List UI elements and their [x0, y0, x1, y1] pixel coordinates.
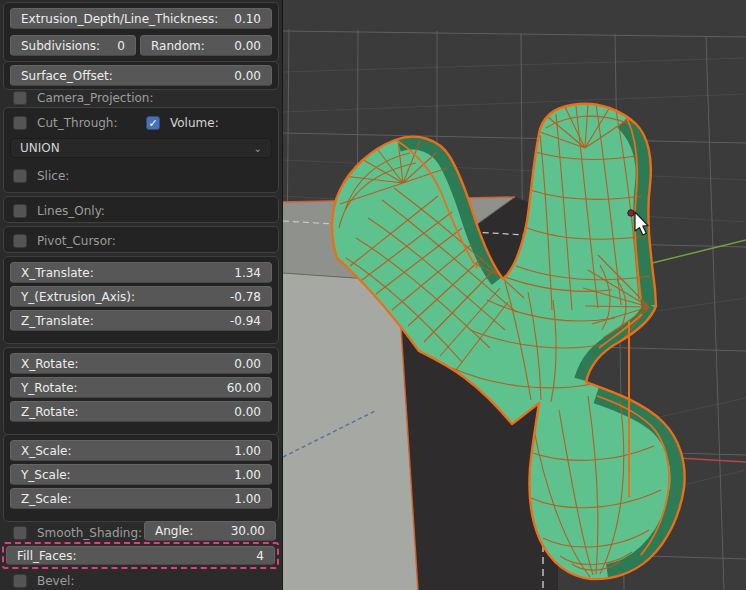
slice-label: Slice: [37, 169, 69, 183]
angle-slider[interactable]: Angle: 30.00 [144, 521, 276, 541]
subdivisions-label: Subdivisions: [21, 39, 100, 53]
extrusion-depth-label: Extrusion_Depth/Line_Thickness: [21, 12, 218, 26]
angle-value: 30.00 [231, 524, 265, 538]
y-extrusion-axis-label: Y_(Extrusion_Axis): [21, 290, 135, 304]
slice-checkbox[interactable] [13, 169, 27, 183]
z-translate-slider[interactable]: Z_Translate: -0.94 [10, 310, 272, 331]
group-extrusion: Extrusion_Depth/Line_Thickness: 0.10 Sub… [3, 2, 279, 62]
random-label: Random: [151, 39, 205, 53]
subdivisions-slider[interactable]: Subdivisions: 0 [10, 35, 136, 56]
z-translate-value: -0.94 [230, 314, 261, 328]
x-translate-label: X_Translate: [21, 266, 94, 280]
group-rotate: X_Rotate: 0.00 Y_Rotate: 60.00 Z_Rotate:… [3, 347, 279, 435]
bevel-checkbox[interactable] [13, 574, 27, 588]
boolean-mode-value: UNION [20, 141, 60, 155]
camera-projection-checkbox[interactable] [13, 91, 27, 105]
x-scale-value: 1.00 [234, 444, 261, 458]
pivot-cursor-checkbox[interactable] [13, 234, 27, 248]
volume-checkbox[interactable]: ✓ [146, 116, 160, 130]
x-scale-slider[interactable]: X_Scale: 1.00 [10, 440, 272, 461]
surface-offset-label: Surface_Offset: [21, 69, 113, 83]
z-rotate-slider[interactable]: Z_Rotate: 0.00 [10, 401, 272, 422]
boolean-mode-dropdown[interactable]: UNION ⌄ [10, 138, 272, 158]
lines-only-checkbox[interactable] [13, 204, 27, 218]
y-rotate-value: 60.00 [227, 381, 261, 395]
group-scale: X_Scale: 1.00 Y_Scale: 1.00 Z_Scale: 1.0… [3, 434, 279, 522]
y-scale-label: Y_Scale: [21, 468, 71, 482]
fill-faces-highlight: Fill_Faces: 4 [2, 542, 279, 569]
volume-label: Volume: [170, 116, 219, 130]
y-scale-value: 1.00 [234, 468, 261, 482]
cut-through-checkbox[interactable] [13, 116, 27, 130]
bevel-label: Bevel: [37, 574, 74, 588]
camera-projection-label: Camera_Projection: [37, 91, 153, 105]
viewport-3d[interactable] [283, 0, 746, 590]
z-rotate-label: Z_Rotate: [21, 405, 79, 419]
fill-faces-label: Fill_Faces: [17, 549, 76, 563]
group-lines-only: Lines_Only: [3, 196, 279, 223]
z-scale-label: Z_Scale: [21, 492, 72, 506]
surface-offset-slider[interactable]: Surface_Offset: 0.00 [10, 65, 272, 86]
x-translate-slider[interactable]: X_Translate: 1.34 [10, 262, 272, 283]
fill-faces-value: 4 [256, 549, 264, 563]
y-rotate-label: Y_Rotate: [21, 381, 78, 395]
chevron-down-icon: ⌄ [254, 143, 262, 154]
group-translate: X_Translate: 1.34 Y_(Extrusion_Axis): -0… [3, 256, 279, 344]
y-scale-slider[interactable]: Y_Scale: 1.00 [10, 464, 272, 485]
cut-volume-row: Cut_Through: ✓ Volume: [13, 112, 274, 134]
bevel-row: Bevel: [13, 572, 74, 590]
x-rotate-label: X_Rotate: [21, 357, 79, 371]
subdivisions-value: 0 [117, 39, 125, 53]
y-rotate-slider[interactable]: Y_Rotate: 60.00 [10, 377, 272, 398]
extrusion-depth-value: 0.10 [234, 12, 261, 26]
pivot-cursor-label: Pivot_Cursor: [37, 234, 116, 248]
snap-point-dot [628, 210, 634, 216]
operator-panel: Extrusion_Depth/Line_Thickness: 0.10 Sub… [0, 0, 283, 590]
z-scale-value: 1.00 [234, 492, 261, 506]
angle-label: Angle: [155, 524, 193, 538]
x-translate-value: 1.34 [234, 266, 261, 280]
surface-offset-value: 0.00 [234, 69, 261, 83]
group-pivot-cursor: Pivot_Cursor: [3, 226, 279, 253]
x-rotate-value: 0.00 [234, 357, 261, 371]
z-rotate-value: 0.00 [234, 405, 261, 419]
blender-window: Extrusion_Depth/Line_Thickness: 0.10 Sub… [0, 0, 746, 590]
z-translate-label: Z_Translate: [21, 314, 94, 328]
pivot-cursor-row: Pivot_Cursor: [13, 230, 274, 252]
fill-faces-slider[interactable]: Fill_Faces: 4 [6, 546, 275, 565]
x-scale-label: X_Scale: [21, 444, 72, 458]
y-extrusion-axis-slider[interactable]: Y_(Extrusion_Axis): -0.78 [10, 286, 272, 307]
group-boolean: Cut_Through: ✓ Volume: UNION ⌄ Slice: [3, 107, 279, 193]
x-rotate-slider[interactable]: X_Rotate: 0.00 [10, 353, 272, 374]
group-surface-offset: Surface_Offset: 0.00 [3, 61, 279, 90]
lines-only-row: Lines_Only: [13, 200, 274, 222]
random-slider[interactable]: Random: 0.00 [140, 35, 272, 56]
extrusion-depth-slider[interactable]: Extrusion_Depth/Line_Thickness: 0.10 [10, 8, 272, 29]
camera-projection-row: Camera_Projection: [13, 89, 153, 107]
y-extrusion-axis-value: -0.78 [230, 290, 261, 304]
smooth-shading-checkbox[interactable] [13, 526, 27, 540]
lines-only-label: Lines_Only: [37, 204, 105, 218]
random-value: 0.00 [234, 39, 261, 53]
smooth-shading-label: Smooth_Shading: [37, 526, 142, 540]
cut-through-label: Cut_Through: [37, 116, 118, 130]
z-scale-slider[interactable]: Z_Scale: 1.00 [10, 488, 272, 509]
smooth-shading-row: Smooth_Shading: [13, 524, 142, 542]
slice-row: Slice: [13, 165, 274, 187]
